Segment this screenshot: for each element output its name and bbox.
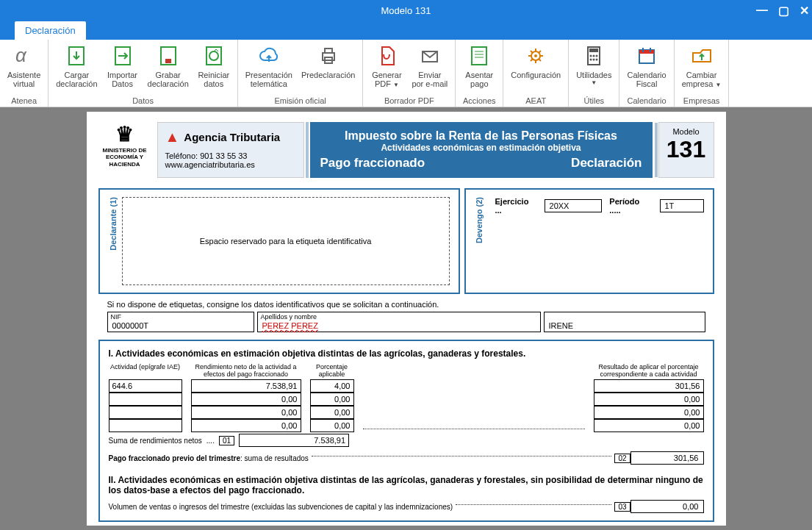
folder-open-icon [690, 44, 714, 68]
devengo-frame: Devengo (2) Ejercicio ... 20XX Período .… [464, 188, 714, 294]
res-cell[interactable]: 0,00 [594, 406, 704, 419]
res-cell[interactable]: 0,00 [594, 393, 704, 406]
svg-point-17 [593, 55, 595, 57]
printer-icon [317, 44, 340, 68]
form-title-band: Impuesto sobre la Renta de las Personas … [310, 122, 653, 178]
mail-icon [418, 44, 442, 68]
cambiar-empresa-button[interactable]: Cambiar empresa ▼ [678, 41, 726, 95]
svg-point-6 [209, 51, 218, 60]
col-resultado: 301,56 0,00 0,00 0,00 [594, 379, 704, 432]
rend-cell[interactable]: 0,00 [191, 406, 301, 419]
group-label-utiles: Útiles [569, 96, 619, 107]
box-02: 02 [614, 454, 630, 463]
apellidos-field[interactable]: Apellidos y nombre PEREZ PEREZ [257, 312, 541, 332]
crest-icon: ♛ [98, 122, 151, 147]
iae-cell[interactable] [109, 393, 182, 406]
etiqueta-space: Espacio reservado para la etiqueta ident… [122, 197, 450, 285]
res-cell[interactable]: 0,00 [594, 419, 704, 432]
svg-rect-8 [325, 49, 332, 53]
rend-cell[interactable]: 7.538,91 [191, 379, 301, 393]
svg-rect-15 [589, 49, 598, 52]
etiqueta-note: Si no dispone de etiquetas, consigne los… [107, 300, 705, 309]
pct-cell[interactable]: 0,00 [310, 419, 354, 432]
chevron-down-icon: ▼ [591, 79, 597, 86]
reset-icon [202, 44, 226, 68]
svg-point-16 [590, 55, 592, 57]
nombre-field[interactable]: IRENE [544, 312, 705, 332]
pct-cell[interactable]: 0,00 [310, 406, 354, 419]
predeclaracion-button[interactable]: Predeclaración [297, 41, 359, 95]
pago-value: 301,56 [630, 451, 704, 465]
asistente-virtual-button[interactable]: α Asistente virtual [3, 41, 45, 95]
cloud-upload-icon [257, 44, 281, 68]
iae-cell[interactable] [109, 419, 182, 432]
aeat-logo-icon: ▲ [165, 129, 180, 146]
pct-cell[interactable]: 4,00 [310, 379, 354, 393]
group-label-acciones: Acciones [456, 96, 503, 107]
maximize-icon[interactable]: ▢ [778, 4, 789, 18]
iae-cell[interactable]: 644.6 [109, 379, 182, 393]
tab-bar: Declaración [0, 21, 812, 40]
group-label-empresas: Empresas [675, 96, 729, 107]
calendario-fiscal-button[interactable]: Calendario Fiscal [622, 41, 670, 95]
section-ii-title: II. Actividades económicas en estimación… [109, 475, 704, 495]
pct-cell[interactable]: 0,00 [310, 393, 354, 406]
svg-rect-4 [165, 59, 171, 63]
svg-point-18 [596, 55, 598, 57]
svg-point-21 [596, 59, 598, 61]
group-label-aeat: AEAT [503, 96, 568, 107]
grabar-declaracion-button[interactable]: Grabar declaración [143, 41, 193, 95]
ministerio-block: ♛ MINISTERIO DE ECONOMÍA Y HACIENDA [98, 122, 151, 178]
enviar-email-button[interactable]: Enviar por e-mail [407, 41, 452, 95]
reiniciar-datos-button[interactable]: Reiniciar datos [193, 41, 234, 95]
box-01: 01 [219, 436, 234, 445]
svg-point-19 [590, 59, 592, 61]
suma-value: 7.538,91 [239, 434, 349, 447]
svg-rect-23 [639, 50, 654, 54]
col-rendimiento: 7.538,91 0,00 0,00 0,00 [191, 379, 301, 432]
generar-pdf-button[interactable]: Generar PDF ▼ [366, 41, 407, 95]
work-area[interactable]: ♛ MINISTERIO DE ECONOMÍA Y HACIENDA ▲ Ag… [0, 107, 812, 530]
utilidades-button[interactable]: Utilidades ▼ [572, 41, 616, 95]
rend-cell[interactable]: 0,00 [191, 393, 301, 406]
gear-icon [524, 44, 547, 68]
iae-cell[interactable] [109, 406, 182, 419]
group-label-atenea: Atenea [0, 96, 48, 107]
import-icon [111, 44, 134, 68]
minimize-icon[interactable]: — [756, 4, 768, 17]
chevron-down-icon: ▼ [716, 82, 722, 88]
configuracion-button[interactable]: Configuración [506, 41, 565, 95]
group-label-datos: Datos [48, 96, 237, 107]
periodo-field[interactable]: 1T [660, 199, 704, 212]
svg-text:α: α [15, 44, 27, 66]
close-icon[interactable]: ✕ [800, 4, 809, 18]
volumen-value[interactable]: 0,00 [630, 500, 704, 513]
box-03: 03 [614, 502, 630, 512]
window-title: Modelo 131 [381, 5, 431, 16]
ejercicio-field[interactable]: 20XX [545, 199, 603, 212]
cargar-declaracion-button[interactable]: Cargar declaración [51, 41, 101, 95]
section-i-title: I. Actividades económicas en estimación … [109, 348, 704, 359]
agencia-box: ▲ Agencia Tributaria Teléfono: 901 33 55… [157, 122, 304, 178]
group-label-borrador: Borrador PDF [363, 96, 455, 107]
importar-datos-button[interactable]: Importar Datos [102, 41, 143, 95]
periodo-label: Período ..... [609, 197, 652, 215]
tab-declaracion[interactable]: Declaración [15, 21, 86, 40]
ejercicio-label: Ejercicio ... [495, 197, 537, 215]
calendar-icon [635, 44, 658, 68]
svg-point-13 [534, 54, 537, 57]
title-bar: Modelo 131 — ▢ ✕ [0, 0, 812, 21]
svg-point-20 [593, 59, 595, 61]
col-iae: 644.6 [109, 379, 182, 432]
asentar-pago-button[interactable]: Asentar pago [459, 41, 500, 95]
alpha-icon: α [12, 44, 36, 68]
ribbon: α Asistente virtual Atenea Cargar declar… [0, 40, 812, 107]
nif-field[interactable]: NIF 0000000T [107, 312, 254, 332]
res-cell[interactable]: 301,56 [594, 379, 704, 393]
load-icon [65, 44, 88, 68]
form-sheet: ♛ MINISTERIO DE ECONOMÍA Y HACIENDA ▲ Ag… [87, 112, 726, 526]
rend-cell[interactable]: 0,00 [191, 419, 301, 432]
save-icon [157, 44, 180, 68]
presentacion-telematica-button[interactable]: Presentación telemática [241, 41, 297, 95]
declarante-frame: Declarante (1) Espacio reservado para la… [98, 188, 460, 294]
